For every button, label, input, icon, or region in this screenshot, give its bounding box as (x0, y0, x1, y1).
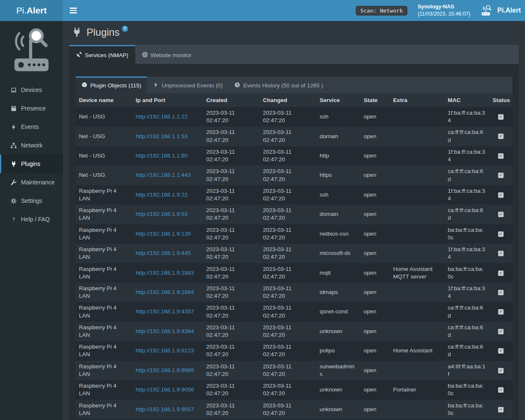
satellite-dish-icon (76, 52, 82, 59)
ip-port-link[interactable]: http://192.168.1.9:139 (136, 231, 191, 237)
page-title: Plugins ? (72, 25, 519, 40)
router-search-icon (480, 5, 494, 16)
status-checkbox[interactable] (498, 231, 504, 237)
ip-port-link[interactable]: http://192.168.1.9:1884 (136, 289, 194, 295)
status-checkbox[interactable] (498, 114, 504, 120)
cell-created: 2023-03-11 02:47:20 (203, 205, 260, 224)
help-badge[interactable]: ? (122, 26, 128, 32)
cell-created: 2023-03-11 02:47:20 (203, 283, 260, 302)
ip-port-link[interactable]: http://192.168.1.9:4357 (136, 308, 194, 315)
cell-extra (390, 244, 444, 263)
sidebar-item-settings[interactable]: Settings (0, 192, 63, 210)
table-row: Raspberry Pi 4 LAN http://192.168.1.9:43… (76, 302, 512, 321)
cell-device-name: Raspberry Pi 4 LAN (76, 263, 132, 283)
sidebar-item-presence[interactable]: Presence (0, 99, 63, 118)
ip-port-link[interactable]: http://192.168.1.9:4384 (136, 328, 194, 334)
sidebar-item-network[interactable]: Network (0, 136, 63, 155)
cell-service: ssh (316, 107, 360, 126)
cell-created: 2023-03-11 02:47:20 (203, 244, 260, 263)
cell-device-name: Raspberry Pi 4 LAN (76, 302, 132, 321)
column-header-service[interactable]: Service (316, 93, 360, 107)
sidebar-item-maintenance[interactable]: Maintenance (0, 173, 63, 192)
sidebar-item-label: Events (21, 123, 39, 130)
status-checkbox[interactable] (498, 134, 504, 139)
status-checkbox[interactable] (498, 407, 504, 412)
sidebar-item-label: Network (21, 142, 42, 149)
tab-website-monitor[interactable]: Website monitor (135, 45, 198, 64)
column-header-extra[interactable]: Extra (390, 93, 444, 107)
sidebar-item-devices[interactable]: Devices (0, 81, 63, 99)
status-checkbox[interactable] (498, 212, 504, 217)
cell-extra (390, 107, 444, 126)
status-checkbox[interactable] (498, 270, 504, 276)
cell-state: open (360, 224, 390, 244)
cell-state: open (360, 244, 390, 263)
table-row: Raspberry Pi 4 LAN http://192.168.1.9:43… (76, 322, 512, 341)
column-header-ip-and-port[interactable]: Ip and Port (132, 93, 203, 107)
status-checkbox[interactable] (498, 348, 504, 354)
cell-state: open (360, 361, 390, 380)
column-header-state[interactable]: State (360, 93, 390, 107)
sidebar-item-help-faq[interactable]: ? Help / FAQ (0, 210, 63, 228)
status-checkbox[interactable] (498, 153, 504, 159)
status-checkbox[interactable] (498, 387, 504, 393)
ip-port-link[interactable]: http://192.168.1.9:9056 (136, 386, 194, 393)
sidebar-toggle-button[interactable] (63, 0, 83, 21)
ip-port-link[interactable]: http://192.168.1.9:8123 (136, 347, 194, 354)
table-row: Net - USG http://192.168.1.1:443 2023-03… (76, 165, 512, 185)
cell-service: http (316, 146, 360, 165)
column-header-mac[interactable]: MAC (444, 93, 489, 107)
cell-extra: Home Assistant (390, 341, 444, 360)
cell-device-name: Raspberry Pi 4 LAN (76, 205, 132, 224)
status-checkbox[interactable] (498, 173, 504, 178)
plugin-tabs: Services (NMAP) Website monitor (69, 45, 519, 64)
column-header-device-name[interactable]: Device name (76, 93, 132, 107)
status-checkbox[interactable] (498, 368, 504, 373)
cell-state: open (360, 380, 390, 399)
cell-service: domain (316, 205, 360, 224)
cell-service: mqtt (316, 263, 360, 283)
status-checkbox[interactable] (498, 329, 504, 334)
sidebar-item-plugins[interactable]: Plugins (0, 155, 63, 173)
tab-content: Plugin Objects (115) Unprocessed Events … (69, 64, 519, 420)
cell-device-name: Raspberry Pi 4 LAN (76, 185, 132, 205)
ip-port-link[interactable]: http://192.168.1.9:53 (136, 211, 188, 217)
tab-unprocessed-events-0[interactable]: Unprocessed Events (0) (147, 76, 228, 93)
sidebar-item-events[interactable]: Events (0, 118, 63, 136)
table-row: Raspberry Pi 4 LAN http://192.168.1.9:18… (76, 263, 512, 283)
status-checkbox[interactable] (498, 251, 504, 256)
ip-port-link[interactable]: http://192.168.1.1:22 (136, 113, 188, 120)
cell-service: https (316, 165, 360, 185)
status-checkbox[interactable] (498, 192, 504, 198)
ip-port-link[interactable]: http://192.168.1.1:80 (136, 152, 188, 159)
svg-text:?: ? (12, 216, 15, 223)
ip-port-link[interactable]: http://192.168.1.1:53 (136, 133, 188, 139)
ip-port-link[interactable]: http://192.168.1.9:445 (136, 250, 191, 256)
gear-icon (10, 197, 17, 205)
plug-icon (72, 27, 82, 37)
ip-port-link[interactable]: http://192.168.1.9:1883 (136, 270, 194, 276)
status-checkbox[interactable] (498, 309, 504, 315)
status-checkbox[interactable] (498, 290, 504, 295)
cell-state: open (360, 165, 390, 185)
ip-port-link[interactable]: http://192.168.1.9:22 (136, 192, 188, 198)
plugin-objects-table: Device nameIp and PortCreatedChangedServ… (76, 93, 512, 420)
column-header-created[interactable]: Created (203, 93, 260, 107)
column-header-changed[interactable]: Changed (260, 93, 316, 107)
ip-port-link[interactable]: http://192.168.1.9:9057 (136, 406, 194, 412)
ip-port-link[interactable]: http://192.168.1.9:8989 (136, 367, 194, 373)
cell-changed: 2023-03-11 02:47:20 (260, 322, 316, 341)
cell-extra (390, 185, 444, 205)
sidebar-item-label: Maintenance (21, 179, 55, 186)
object-tabs: Plugin Objects (115) Unprocessed Events … (76, 76, 512, 93)
tab-label: Website monitor (151, 52, 192, 58)
cell-changed: 2023-03-11 02:47:20 (260, 283, 316, 302)
tab-events-history-50-out-of-1265[interactable]: Events History (50 out of 1265 ) (228, 76, 329, 93)
tab-services-nmap[interactable]: Services (NMAP) (69, 45, 135, 64)
cell-mac: 1f:ba:ff:ca:ba:34 (444, 283, 489, 302)
app-logo[interactable]: Pi.Alert (0, 0, 63, 21)
ip-port-link[interactable]: http://192.168.1.1:443 (136, 172, 191, 178)
tab-plugin-objects-115[interactable]: Plugin Objects (115) (76, 76, 147, 93)
column-header-status[interactable]: Status (489, 93, 512, 107)
cell-device-name: Net - USG (76, 126, 132, 146)
